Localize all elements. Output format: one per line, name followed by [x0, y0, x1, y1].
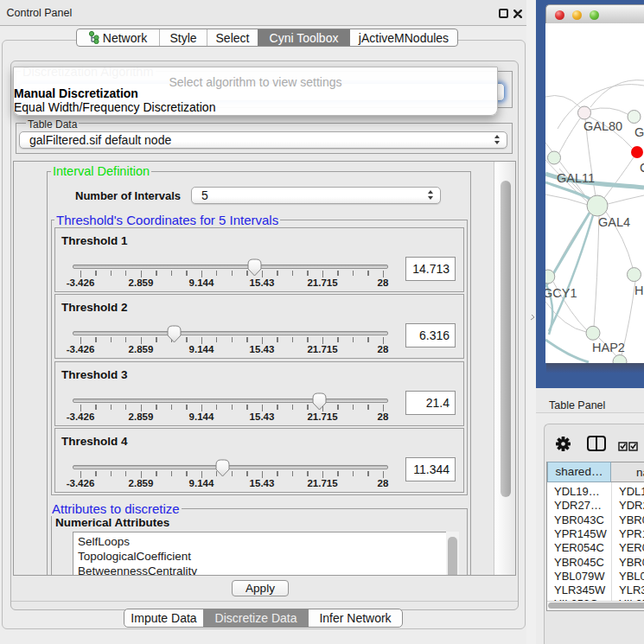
- svg-text:GCY1: GCY1: [545, 286, 577, 300]
- svg-text:GAL11: GAL11: [557, 171, 595, 185]
- svg-text:GAL80: GAL80: [583, 119, 622, 133]
- svg-text:GAL4: GAL4: [598, 215, 630, 229]
- svg-text:GA: GA: [634, 125, 644, 139]
- svg-text:HAP2: HAP2: [592, 341, 625, 354]
- svg-text:HI: HI: [634, 284, 644, 297]
- svg-text:CY: CY: [640, 161, 644, 175]
